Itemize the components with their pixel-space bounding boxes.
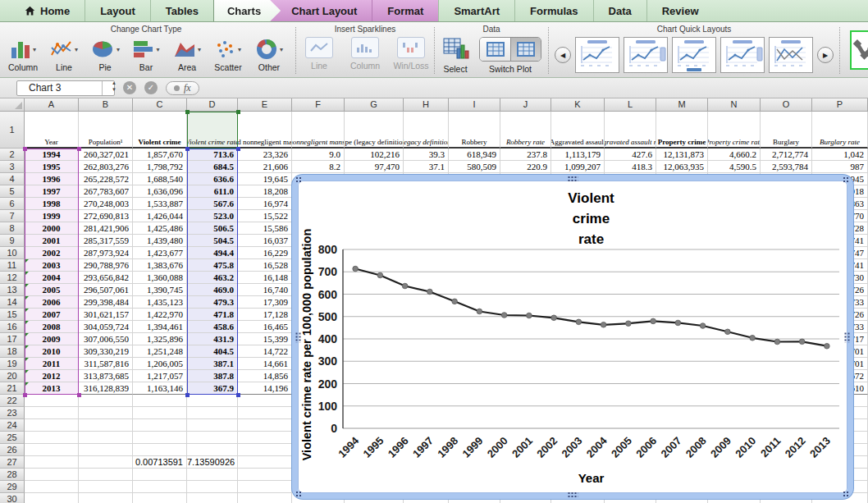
row-header-4[interactable]: 4 [0, 173, 25, 185]
quick-layout-thumbnail-1[interactable] [575, 37, 619, 73]
tab-smartart[interactable]: SmartArt [438, 0, 514, 21]
column-header-O[interactable]: O [761, 98, 812, 112]
cell-C1[interactable]: Violent crime [133, 112, 187, 149]
tab-chart-layout[interactable]: Chart Layout [269, 0, 372, 21]
chart-resize-handle-top-right[interactable] [843, 176, 850, 183]
row-header-9[interactable]: 9 [0, 235, 25, 247]
cell-D11[interactable]: 475.8 [187, 259, 238, 272]
cell-B16[interactable]: 304,059,724 [79, 321, 133, 333]
cell-D6[interactable]: 567.6 [187, 198, 238, 210]
cell-D23[interactable] [187, 407, 238, 419]
chart-type-pie-button[interactable]: ▾ Pie [86, 37, 124, 72]
cell-H2[interactable]: 39.3 [404, 149, 449, 161]
cancel-button[interactable]: ✕ [123, 81, 136, 94]
column-header-G[interactable]: G [345, 98, 404, 112]
cell-E19[interactable]: 14,661 [238, 358, 292, 370]
row-header-1[interactable]: 1 [0, 112, 25, 149]
cell-A18[interactable]: 2010 [25, 345, 79, 358]
cell-C30[interactable] [133, 493, 187, 503]
cell-M3[interactable]: 12,063,935 [656, 161, 708, 173]
cell-A22[interactable] [25, 395, 79, 407]
cell-D3[interactable]: 684.5 [187, 161, 238, 173]
cell-J1[interactable]: Robbery rate [500, 112, 551, 149]
cell-C14[interactable]: 1,435,123 [133, 296, 187, 309]
cell-B13[interactable]: 296,507,061 [79, 284, 133, 296]
cell-C26[interactable] [133, 444, 187, 456]
cell-C9[interactable]: 1,439,480 [133, 235, 187, 247]
cell-O2[interactable]: 2,712,774 [761, 149, 812, 161]
cell-E6[interactable]: 16,974 [238, 198, 292, 210]
quick-layout-thumbnail-4[interactable] [720, 37, 765, 73]
cell-K2[interactable]: 1,113,179 [551, 149, 605, 161]
cell-A20[interactable]: 2012 [25, 370, 79, 382]
cell-D29[interactable] [187, 481, 238, 493]
cell-D18[interactable]: 404.5 [187, 345, 238, 358]
cell-E2[interactable]: 23,326 [238, 149, 292, 161]
row-header-10[interactable]: 10 [0, 247, 25, 259]
cell-B9[interactable]: 285,317,559 [79, 235, 133, 247]
cell-E4[interactable]: 19,645 [238, 173, 292, 185]
cell-C15[interactable]: 1,422,970 [133, 309, 187, 321]
row-header-16[interactable]: 16 [0, 321, 25, 333]
cell-A29[interactable] [25, 481, 79, 493]
row-header-8[interactable]: 8 [0, 222, 25, 235]
cell-J3[interactable]: 220.9 [500, 161, 551, 173]
cell-D10[interactable]: 494.4 [187, 247, 238, 259]
cell-G2[interactable]: 102,216 [345, 149, 404, 161]
cell-L1[interactable]: Aggravated assault rate [605, 112, 656, 149]
column-header-F[interactable]: F [292, 98, 345, 112]
cell-M1[interactable]: Property crime [656, 112, 708, 149]
row-header-17[interactable]: 17 [0, 333, 25, 345]
cell-C22[interactable] [133, 395, 187, 407]
row-header-29[interactable]: 29 [0, 481, 25, 493]
tab-layout[interactable]: Layout [85, 0, 150, 21]
row-header-22[interactable]: 22 [0, 395, 25, 407]
cell-E1[interactable]: Murder and nonnegligent manslaughter [238, 112, 292, 149]
cell-D13[interactable]: 469.0 [187, 284, 238, 296]
cell-E24[interactable] [238, 419, 292, 432]
column-header-A[interactable]: A [25, 98, 79, 112]
cell-B8[interactable]: 281,421,906 [79, 222, 133, 235]
cell-A3[interactable]: 1995 [25, 161, 79, 173]
cell-D14[interactable]: 479.3 [187, 296, 238, 309]
cell-D7[interactable]: 523.0 [187, 210, 238, 222]
cell-G3[interactable]: 97,470 [345, 161, 404, 173]
cell-D22[interactable] [187, 395, 238, 407]
quick-layout-thumbnail-3[interactable] [672, 37, 716, 73]
cell-E21[interactable]: 14,196 [238, 382, 292, 395]
cell-D24[interactable] [187, 419, 238, 432]
cell-B30[interactable] [79, 493, 133, 503]
row-header-5[interactable]: 5 [0, 185, 25, 198]
chart-type-bar-button[interactable]: ▾ Bar [127, 37, 165, 72]
cell-E16[interactable]: 16,465 [238, 321, 292, 333]
cell-P2[interactable]: 1,042 [812, 149, 868, 161]
cell-A28[interactable] [25, 469, 79, 481]
cell-I3[interactable]: 580,509 [449, 161, 500, 173]
cell-C25[interactable] [133, 432, 187, 444]
cell-I2[interactable]: 618,949 [449, 149, 500, 161]
cell-A17[interactable]: 2009 [25, 333, 79, 345]
cell-D17[interactable]: 431.9 [187, 333, 238, 345]
cell-E10[interactable]: 16,229 [238, 247, 292, 259]
violent-crime-rate-chart[interactable]: 0100200300400500600700800Violentcrimerat… [298, 181, 847, 493]
cell-D26[interactable] [187, 444, 238, 456]
cell-E15[interactable]: 17,128 [238, 309, 292, 321]
cell-B18[interactable]: 309,330,219 [79, 345, 133, 358]
cell-G1[interactable]: Rape (legacy definition)² [345, 112, 404, 149]
row-header-24[interactable]: 24 [0, 419, 25, 432]
cell-B6[interactable]: 270,248,003 [79, 198, 133, 210]
cell-E14[interactable]: 17,309 [238, 296, 292, 309]
cell-B25[interactable] [79, 432, 133, 444]
cell-E22[interactable] [238, 395, 292, 407]
cell-D15[interactable]: 471.8 [187, 309, 238, 321]
cell-C7[interactable]: 1,426,044 [133, 210, 187, 222]
row-header-18[interactable]: 18 [0, 345, 25, 358]
sparkline-column-button[interactable]: Column [344, 37, 386, 71]
chart-resize-handle-top[interactable] [568, 176, 578, 182]
cell-E3[interactable]: 21,606 [238, 161, 292, 173]
row-header-12[interactable]: 12 [0, 272, 25, 284]
cell-E23[interactable] [238, 407, 292, 419]
cell-A7[interactable]: 1999 [25, 210, 79, 222]
cell-D2[interactable]: 713.6 [187, 149, 238, 161]
cell-D16[interactable]: 458.6 [187, 321, 238, 333]
